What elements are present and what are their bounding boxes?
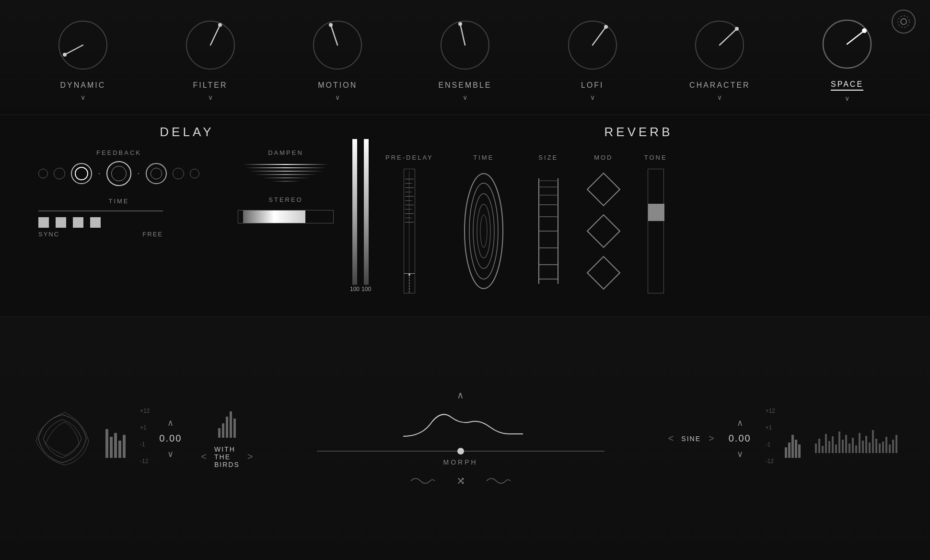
knob-space[interactable] <box>816 13 878 75</box>
svg-point-18 <box>473 194 494 268</box>
morph-track[interactable] <box>317 451 604 452</box>
settings-icon[interactable] <box>892 10 916 34</box>
feedback-time-group: FEEDBACK <box>38 149 199 238</box>
stereo-slider[interactable] <box>238 210 334 223</box>
pre-delay-slider[interactable] <box>404 169 415 293</box>
wave-icon-left <box>408 474 437 488</box>
morph-waveform-display <box>394 408 528 446</box>
db-right-group: +12 +1 -1 -12 <box>766 408 775 470</box>
preset-next-right[interactable]: > <box>709 433 714 444</box>
svg-point-14 <box>901 19 907 24</box>
knob-motion[interactable] <box>306 14 369 76</box>
knob-arrow-motion[interactable]: ∨ <box>335 93 340 101</box>
knob-label-filter: FILTER <box>193 81 228 90</box>
reverb-size-shape[interactable] <box>534 169 563 293</box>
knob-arrow-ensemble[interactable]: ∨ <box>463 93 467 101</box>
knob-label-character: CHARACTER <box>689 81 750 90</box>
morph-slider-row[interactable] <box>317 451 604 452</box>
up-arrow-right[interactable]: ∧ <box>737 418 743 428</box>
morph-up-arrow[interactable]: ∧ <box>457 389 464 401</box>
time-sq-4[interactable] <box>90 217 101 228</box>
sync-free-row: SYNC FREE <box>38 231 163 238</box>
bottom-left: +12 +1 -1 -12 ∧ 0.00 ∨ < <box>29 405 253 472</box>
preset-name-right: SINE <box>681 435 701 443</box>
svg-point-5 <box>329 23 333 27</box>
fb-dot-6[interactable] <box>173 168 184 179</box>
fb-dot-4[interactable] <box>106 161 131 186</box>
knob-filter[interactable] <box>179 14 242 76</box>
free-label[interactable]: FREE <box>142 231 163 238</box>
db-scale-left <box>105 420 126 458</box>
meter-value-left: 100 <box>350 286 360 292</box>
preset-next-button[interactable]: > <box>247 451 253 462</box>
knob-group-space: SPACE ∨ <box>816 13 878 102</box>
time-sq-3[interactable] <box>73 217 83 228</box>
reverb-mod-shape[interactable] <box>592 169 616 293</box>
time-track[interactable] <box>38 210 163 211</box>
feedback-label: FEEDBACK <box>38 149 199 156</box>
reverb-time-label: TIME <box>473 154 494 161</box>
wave-icon-right <box>484 474 513 488</box>
preset-prev-right[interactable]: < <box>668 433 674 444</box>
dual-meter: 100 100 <box>350 139 371 292</box>
waveform-left-visual <box>29 405 96 472</box>
delay-section: DELAY FEEDBACK <box>29 125 345 307</box>
knob-group-filter: FILTER ∨ <box>179 14 242 101</box>
dual-meter-container: 100 100 <box>350 125 371 307</box>
tone-handle[interactable] <box>648 204 664 221</box>
preset-prev-button[interactable]: < <box>201 451 207 462</box>
knob-character[interactable] <box>688 14 751 76</box>
knob-label-dynamic: DYNAMIC <box>60 81 105 90</box>
time-sq-1[interactable] <box>38 217 49 228</box>
dampen-stereo-group: DAMPEN STEREO <box>238 149 334 223</box>
morph-label: MORPH <box>443 458 477 466</box>
knob-dynamic[interactable] <box>52 14 114 76</box>
meter-right-col: 100 <box>361 139 371 292</box>
db-minus12-right: -12 <box>766 458 775 465</box>
db-minus1-left: -1 <box>140 441 150 448</box>
reverb-tone-slider[interactable] <box>648 169 664 293</box>
sync-label[interactable]: SYNC <box>38 231 59 238</box>
time-squares[interactable] <box>38 217 199 228</box>
knob-arrow-filter[interactable]: ∨ <box>208 93 213 101</box>
db-minus12-left: -12 <box>140 458 150 465</box>
knob-arrow-dynamic[interactable]: ∨ <box>81 93 85 101</box>
fb-dot-5[interactable] <box>146 163 167 184</box>
level-bar-1 <box>105 429 108 458</box>
morph-handle[interactable] <box>457 448 464 455</box>
db-input-group: +12 +1 -1 -12 <box>140 408 150 470</box>
fb-dot-2[interactable] <box>54 168 65 179</box>
db-scale-labels-right: +12 +1 -1 -12 <box>766 408 775 465</box>
input-controls-right: ∧ 0.00 ∨ <box>729 418 751 459</box>
time-sq-2[interactable] <box>56 217 66 228</box>
knob-lofi[interactable] <box>561 14 624 76</box>
knob-arrow-lofi[interactable]: ∨ <box>590 93 595 101</box>
fb-dot-3[interactable] <box>71 163 92 184</box>
svg-point-17 <box>469 183 498 279</box>
feedback-circles[interactable] <box>38 161 199 186</box>
knob-group-dynamic: DYNAMIC ∨ <box>52 14 114 101</box>
up-arrow-left[interactable]: ∧ <box>167 418 174 428</box>
svg-point-19 <box>477 204 490 258</box>
down-arrow-left[interactable]: ∨ <box>167 449 174 459</box>
db-scale-right-bars <box>785 420 801 458</box>
down-arrow-right[interactable]: ∨ <box>737 449 743 459</box>
bottom-section: +12 +1 -1 -12 ∧ 0.00 ∨ < <box>0 316 930 560</box>
knob-arrow-space[interactable]: ∨ <box>845 94 849 102</box>
knob-label-ensemble: ENSEMBLE <box>438 81 491 90</box>
knob-arrow-character[interactable]: ∨ <box>717 93 722 101</box>
fb-dot-7[interactable] <box>190 169 199 178</box>
db-minus1-right: -1 <box>766 441 775 448</box>
knob-ensemble[interactable] <box>434 14 496 76</box>
knob-label-motion: MOTION <box>318 81 357 90</box>
reverb-section: REVERB PRE-DELAY <box>376 125 901 307</box>
reverb-time-shape[interactable] <box>462 169 505 293</box>
dampen-visual[interactable] <box>238 164 334 182</box>
db-plus1-right: +1 <box>766 424 775 431</box>
preset-nav-right: < SINE > <box>668 433 714 444</box>
pre-delay-label: PRE-DELAY <box>385 154 433 161</box>
svg-point-3 <box>218 23 222 27</box>
fb-dot-1[interactable] <box>38 169 48 178</box>
shuffle-icon[interactable]: ⤨ <box>456 475 465 487</box>
morph-center: ∧ MORPH ⤨ <box>253 389 668 488</box>
